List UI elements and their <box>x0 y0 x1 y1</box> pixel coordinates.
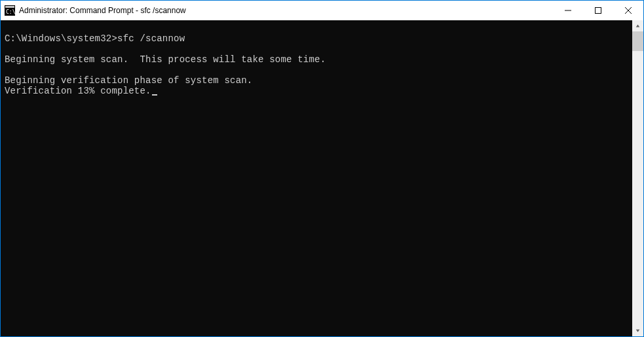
close-button[interactable] <box>613 1 643 20</box>
window-title: Administrator: Command Prompt - sfc /sca… <box>19 6 186 15</box>
window-controls <box>553 1 643 20</box>
cmd-icon: C:\ <box>5 5 15 16</box>
output-line: Beginning system scan. This process will… <box>5 54 628 65</box>
scroll-down-button[interactable] <box>632 325 643 336</box>
prompt-text: C:\Windows\system32> <box>5 33 117 44</box>
svg-rect-4 <box>596 8 601 14</box>
console-output[interactable]: C:\Windows\system32>sfc /scannowBeginnin… <box>1 20 632 336</box>
maximize-button[interactable] <box>583 1 613 20</box>
svg-text:C:\: C:\ <box>6 9 15 15</box>
svg-rect-1 <box>5 6 14 8</box>
verification-text: Verification 13% complete. <box>5 86 151 96</box>
scroll-track[interactable] <box>632 31 643 325</box>
command-text: sfc /scannow <box>117 33 185 44</box>
blank-line <box>5 23 628 33</box>
minimize-button[interactable] <box>553 1 583 20</box>
output-line: Verification 13% complete. <box>5 86 628 96</box>
scroll-thumb[interactable] <box>632 31 643 51</box>
text-cursor <box>152 94 157 96</box>
svg-rect-3 <box>565 10 571 11</box>
titlebar[interactable]: C:\ Administrator: Command Prompt - sfc … <box>1 1 643 20</box>
client-area: C:\Windows\system32>sfc /scannowBeginnin… <box>1 20 643 336</box>
vertical-scrollbar[interactable] <box>632 20 643 336</box>
command-prompt-window: C:\ Administrator: Command Prompt - sfc … <box>0 0 644 337</box>
blank-line <box>5 65 628 75</box>
scroll-up-button[interactable] <box>632 20 643 31</box>
prompt-line: C:\Windows\system32>sfc /scannow <box>5 33 628 44</box>
blank-line <box>5 44 628 54</box>
output-line: Beginning verification phase of system s… <box>5 75 628 86</box>
